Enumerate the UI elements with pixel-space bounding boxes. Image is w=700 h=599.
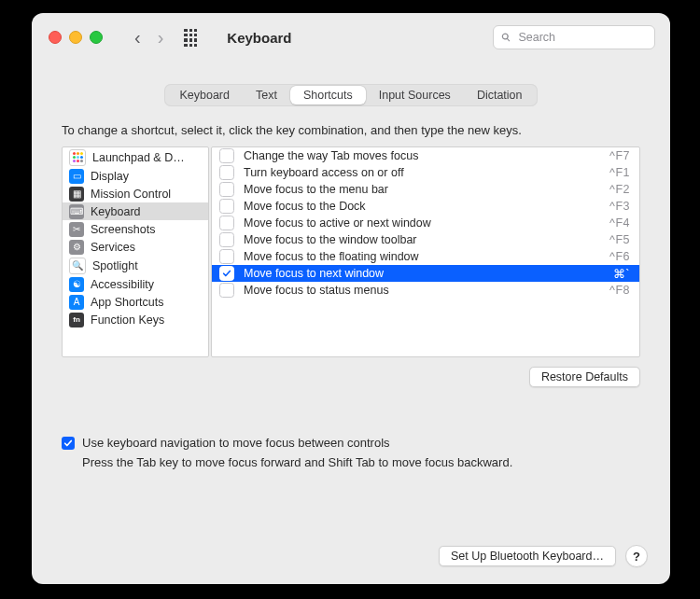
shortcut-row[interactable]: Change the way Tab moves focus^F7 [212,147,639,164]
launchpad-icon [69,149,86,166]
shortcut-row[interactable]: Turn keyboard access on or off^F1 [212,164,639,181]
shortcut-row[interactable]: Move focus to active or next window^F4 [212,215,639,231]
tab-keyboard[interactable]: Keyboard [166,86,243,104]
shortcut-label: Move focus to active or next window [244,216,600,230]
category-label: App Shortcuts [91,296,164,309]
shortcut-label: Move focus to next window [244,267,604,280]
shortcut-keys: ^F6 [609,250,630,263]
keyboard-icon: ⌨ [69,204,84,219]
forward-button[interactable]: › [158,28,164,47]
shortcut-checkbox[interactable] [219,165,234,180]
shortcut-keys: ^F4 [609,216,630,230]
category-launchpad[interactable]: Launchpad & D… [63,147,208,167]
nav-arrows: ‹ › [134,28,163,47]
display-icon: ▭ [69,169,84,184]
traffic-lights [49,31,103,44]
category-label: Launchpad & D… [92,151,185,164]
shortcut-row[interactable]: Move focus to status menus^F8 [212,282,639,299]
keyboard-nav-sub: Press the Tab key to move focus forward … [82,455,640,469]
tabs-row: Keyboard Text Shortcuts Input Sources Di… [32,84,670,106]
fn-icon: fn [69,313,84,327]
shortcut-label: Move focus to the window toolbar [244,233,600,246]
shortcut-label: Move focus to the menu bar [244,183,600,196]
shortcut-label: Move focus to status menus [244,284,600,297]
category-screenshot[interactable]: ✂Screenshots [63,220,208,238]
categories-list[interactable]: Launchpad & D…▭Display▦Mission Control⌨K… [62,146,209,357]
shortcut-label: Change the way Tab moves focus [244,149,600,162]
setup-bt-button[interactable]: Set Up Bluetooth Keyboard… [439,546,616,566]
shortcut-checkbox[interactable] [219,283,234,298]
category-label: Services [91,241,135,254]
shortcut-checkbox[interactable] [219,148,234,163]
minimize-icon[interactable] [69,31,82,44]
shortcut-row[interactable]: Move focus to the window toolbar^F5 [212,231,639,248]
category-label: Function Keys [91,313,164,327]
category-label: Display [91,170,129,183]
shortcut-checkbox[interactable] [219,266,234,281]
help-button[interactable]: ? [625,545,648,567]
category-mission[interactable]: ▦Mission Control [63,185,208,202]
shortcut-row[interactable]: Move focus to next window⌘` [212,265,639,282]
shortcut-label: Turn keyboard access on or off [244,166,600,179]
keyboard-nav-label: Use keyboard navigation to move focus be… [82,436,390,450]
shortcut-keys: ^F2 [609,183,630,196]
shortcut-checkbox[interactable] [219,232,234,247]
shortcut-row[interactable]: Move focus to the Dock^F3 [212,198,639,215]
shortcut-label: Move focus to the Dock [244,200,600,213]
shortcuts-list[interactable]: Change the way Tab moves focus^F7Turn ke… [211,146,640,357]
category-apps[interactable]: AApp Shortcuts [63,293,208,311]
search-input[interactable] [516,30,647,45]
category-label: Keyboard [91,205,141,218]
tab-text[interactable]: Text [243,86,290,104]
shortcut-keys: ^F5 [609,233,630,246]
zoom-icon[interactable] [90,31,103,44]
category-label: Spotlight [92,259,138,272]
lists-row: Launchpad & D…▭Display▦Mission Control⌨K… [62,146,640,357]
close-icon[interactable] [49,31,62,44]
shortcut-keys: ^F8 [609,284,630,297]
category-keyboard[interactable]: ⌨Keyboard [63,202,208,220]
category-display[interactable]: ▭Display [63,167,208,185]
category-a11y[interactable]: ☯Accessibility [63,275,208,293]
shortcut-keys: ⌘` [613,267,630,281]
category-label: Accessibility [91,278,154,291]
search-field[interactable] [493,25,655,49]
shortcut-row[interactable]: Move focus to the floating window^F6 [212,248,639,265]
page-title: Keyboard [227,30,291,46]
restore-defaults-button[interactable]: Restore Defaults [529,367,640,387]
a11y-icon: ☯ [69,277,84,292]
keyboard-nav-section: Use keyboard navigation to move focus be… [62,436,640,469]
footer: Set Up Bluetooth Keyboard… ? [32,545,670,584]
services-icon: ⚙ [69,240,84,255]
instruction-text: To change a shortcut, select it, click t… [62,123,640,137]
shortcut-row[interactable]: Move focus to the menu bar^F2 [212,181,639,198]
segmented-tabs: Keyboard Text Shortcuts Input Sources Di… [164,84,537,106]
tab-input-sources[interactable]: Input Sources [366,86,464,104]
shortcut-checkbox[interactable] [219,249,234,264]
mission-icon: ▦ [69,187,84,202]
shortcut-checkbox[interactable] [219,216,234,230]
back-button[interactable]: ‹ [134,28,141,47]
shortcut-checkbox[interactable] [219,182,234,197]
tab-dictation[interactable]: Dictation [464,86,536,104]
shortcut-keys: ^F7 [609,149,630,162]
shortcut-label: Move focus to the floating window [244,250,600,263]
screenshot-icon: ✂ [69,222,84,237]
window-toolbar: ‹ › Keyboard [32,13,670,62]
tab-shortcuts[interactable]: Shortcuts [290,86,366,104]
category-label: Screenshots [91,223,155,236]
category-label: Mission Control [91,188,171,201]
keyboard-nav-checkbox[interactable] [62,437,75,450]
shortcut-checkbox[interactable] [219,199,234,214]
spotlight-icon: 🔍 [69,258,86,274]
category-spotlight[interactable]: 🔍Spotlight [63,256,208,275]
shortcut-keys: ^F1 [609,166,630,179]
category-fn[interactable]: fnFunction Keys [63,311,208,328]
prefs-window: ‹ › Keyboard Keyboard Text Shortcuts Inp… [32,13,670,584]
show-all-icon[interactable] [184,29,201,46]
apps-icon: A [69,295,84,310]
category-services[interactable]: ⚙Services [63,238,208,256]
shortcut-keys: ^F3 [609,200,630,213]
search-icon [501,32,511,43]
